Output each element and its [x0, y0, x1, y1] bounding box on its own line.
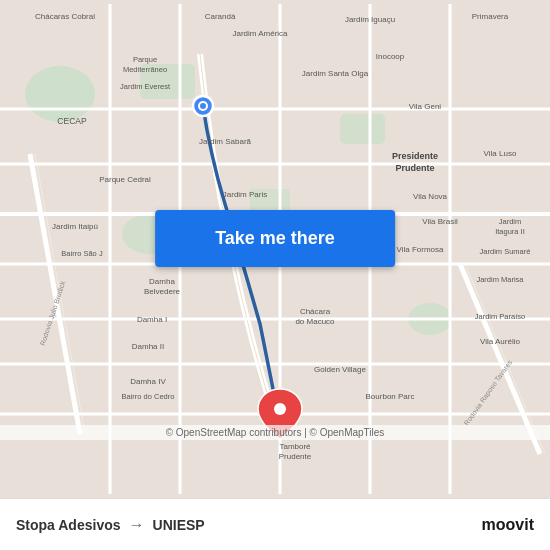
- svg-text:Jardim Itaipú: Jardim Itaipú: [52, 222, 98, 231]
- svg-text:Bairro São J: Bairro São J: [61, 249, 103, 258]
- svg-text:Tamboré: Tamboré: [279, 442, 311, 451]
- svg-text:do Macuco: do Macuco: [295, 317, 335, 326]
- svg-text:Vila Formosa: Vila Formosa: [397, 245, 445, 254]
- svg-text:Damha I: Damha I: [137, 315, 167, 324]
- svg-text:Chácara: Chácara: [300, 307, 331, 316]
- brand-name: moovit: [482, 516, 534, 534]
- svg-text:Jardim Sumaré: Jardim Sumaré: [480, 247, 531, 256]
- svg-text:Jardim Iguaçu: Jardim Iguaçu: [345, 15, 395, 24]
- svg-text:Golden Village: Golden Village: [314, 365, 366, 374]
- app-container: Chácaras Cobral Carandá Jardim Iguaçu Pr…: [0, 0, 550, 550]
- map-attribution: © OpenStreetMap contributors | © OpenMap…: [0, 425, 550, 440]
- svg-text:Parque Cedral: Parque Cedral: [99, 175, 151, 184]
- svg-text:Parque: Parque: [133, 55, 157, 64]
- svg-text:Prudente: Prudente: [395, 163, 434, 173]
- svg-text:Chácaras Cobral: Chácaras Cobral: [35, 12, 95, 21]
- button-overlay: Take me there: [155, 210, 395, 267]
- destination-label: UNIESP: [153, 517, 205, 533]
- svg-text:Bairro do Cedro: Bairro do Cedro: [122, 392, 175, 401]
- svg-text:Damha II: Damha II: [132, 342, 164, 351]
- map-area: Chácaras Cobral Carandá Jardim Iguaçu Pr…: [0, 0, 550, 498]
- svg-text:Vila Nova: Vila Nova: [413, 192, 448, 201]
- svg-text:Vila Luso: Vila Luso: [484, 149, 517, 158]
- svg-text:Jardim Paris: Jardim Paris: [223, 190, 267, 199]
- svg-text:Prudente: Prudente: [279, 452, 312, 461]
- svg-text:Bourbon Parc: Bourbon Parc: [366, 392, 415, 401]
- svg-text:Damha: Damha: [149, 277, 175, 286]
- svg-text:Itagura II: Itagura II: [495, 227, 525, 236]
- svg-text:Jardim Marisa: Jardim Marisa: [476, 275, 524, 284]
- svg-point-71: [274, 403, 286, 415]
- svg-text:Vila Brasil: Vila Brasil: [422, 217, 458, 226]
- svg-text:Jardim Paraíso: Jardim Paraíso: [475, 312, 525, 321]
- svg-rect-3: [340, 114, 385, 144]
- svg-text:Jardim Everest: Jardim Everest: [120, 82, 171, 91]
- svg-text:Mediterrâneo: Mediterrâneo: [123, 65, 167, 74]
- svg-text:Jardim América: Jardim América: [232, 29, 288, 38]
- svg-text:Vila Geni: Vila Geni: [409, 102, 442, 111]
- svg-text:Carandá: Carandá: [205, 12, 236, 21]
- svg-point-69: [200, 103, 206, 109]
- moovit-logo: moovit: [482, 516, 534, 534]
- svg-text:Belvedere: Belvedere: [144, 287, 181, 296]
- svg-text:Damha IV: Damha IV: [130, 377, 166, 386]
- svg-point-1: [25, 66, 95, 122]
- svg-text:Primavera: Primavera: [472, 12, 509, 21]
- svg-text:Presidente: Presidente: [392, 151, 438, 161]
- origin-label: Stopa Adesivos: [16, 517, 121, 533]
- direction-arrow: →: [129, 516, 145, 534]
- svg-text:CECAP: CECAP: [57, 116, 87, 126]
- svg-text:Jardim: Jardim: [499, 217, 522, 226]
- bottom-bar: Stopa Adesivos → UNIESP moovit: [0, 498, 550, 550]
- take-me-there-button[interactable]: Take me there: [155, 210, 395, 267]
- svg-text:Inocoop: Inocoop: [376, 52, 405, 61]
- svg-text:Jardim Sabarã: Jardim Sabarã: [199, 137, 252, 146]
- svg-text:Vila Aurélio: Vila Aurélio: [480, 337, 520, 346]
- svg-text:Jardim Santa Olga: Jardim Santa Olga: [302, 69, 369, 78]
